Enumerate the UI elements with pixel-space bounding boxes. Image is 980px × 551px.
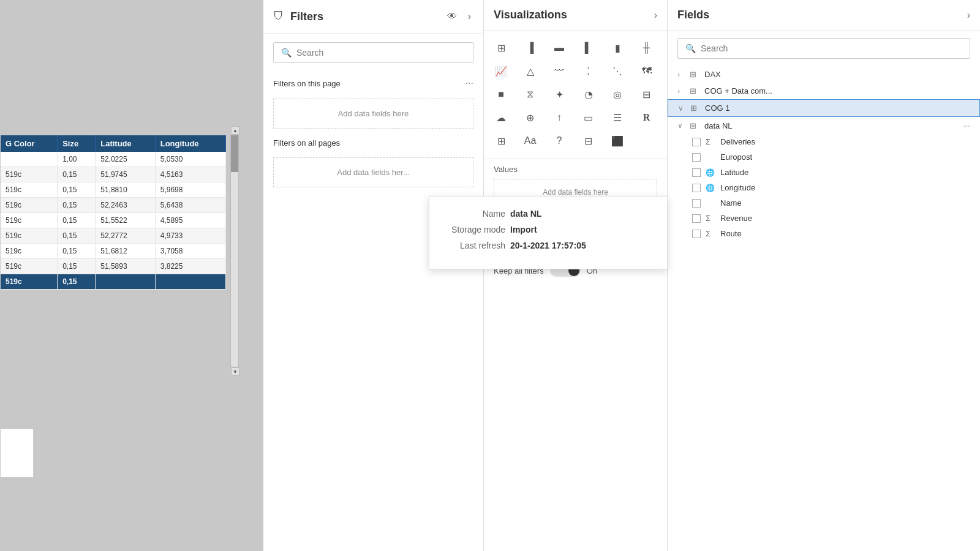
col-header-longitude: Longitude <box>155 135 225 152</box>
eye-icon[interactable]: 👁 <box>445 9 459 24</box>
scroll-down-arrow[interactable]: ▼ <box>231 367 239 376</box>
viz-icon-matrix[interactable]: ⊞ <box>489 130 513 152</box>
viz-icon-column[interactable]: ■ <box>489 83 513 105</box>
cog-data-table-icon: ⊞ <box>690 86 701 96</box>
filters-this-page-label: Filters on this page <box>273 79 341 88</box>
col-header-gcolor: G Color <box>1 135 58 152</box>
revenue-checkbox[interactable] <box>692 214 701 223</box>
europost-checkbox[interactable] <box>692 153 701 162</box>
route-sigma-icon: Σ <box>706 229 715 238</box>
viz-icon-area[interactable]: △ <box>518 60 543 82</box>
viz-header: Visualizations › <box>484 0 667 31</box>
table-row: 519c 0,15 52,2463 5,6438 <box>1 198 226 213</box>
viz-icons-grid: ⊞ ▐ ▬ ▌ ▮ ╫ 📈 △ 〰 ⁚ ⋱ 🗺 ■ ⧖ ✦ ◔ ◎ ⊟ ☁ ⊕ … <box>484 31 667 159</box>
viz-icon-decomp[interactable]: ✦ <box>547 83 571 105</box>
datanl-label: data NL <box>704 121 959 130</box>
longitude-checkbox[interactable] <box>692 184 701 192</box>
filters-header: ⛉ Filters 👁 › <box>263 0 483 34</box>
fields-search-icon: 🔍 <box>685 43 696 53</box>
table-row: 519c 0,15 51,5522 4,5895 <box>1 213 226 228</box>
filters-this-page-header: Filters on this page ··· <box>263 72 483 95</box>
latitude-checkbox[interactable] <box>692 168 701 177</box>
viz-icon-custom1[interactable]: ⬛ <box>605 130 630 152</box>
tooltip-name-row: Name data NL <box>444 209 652 219</box>
filter-icon: ⛉ <box>273 10 284 23</box>
tree-item-cog1[interactable]: ∨ ⊞ COG 1 <box>668 99 980 117</box>
viz-icon-scatter[interactable]: ⁚ <box>576 60 601 82</box>
viz-icon-multi-row-card[interactable]: ☰ <box>605 107 630 129</box>
viz-icon-100-bar[interactable]: ▮ <box>605 37 630 59</box>
viz-icon-combo[interactable]: ⋱ <box>605 60 630 82</box>
table-row: 519c 0,15 52,2772 4,9733 <box>1 228 226 244</box>
viz-icon-smart-narrative[interactable]: Aa <box>518 130 543 152</box>
name-checkbox[interactable] <box>692 199 701 208</box>
cog-data-chevron: › <box>677 87 686 96</box>
filters-all-pages-label: Filters on all pages <box>273 138 340 148</box>
viz-icon-paginated[interactable]: ⊟ <box>576 130 601 152</box>
viz-icon-pie[interactable]: ◔ <box>576 83 601 105</box>
table-row-last: 519c 0,15 <box>1 274 226 290</box>
route-checkbox[interactable] <box>692 230 701 238</box>
fields-search-input[interactable] <box>701 43 962 53</box>
collapse-filters-arrow[interactable]: › <box>466 9 473 24</box>
datanl-more[interactable]: ··· <box>963 121 970 130</box>
tree-item-cog-data[interactable]: › ⊞ COG + Data com... <box>668 83 980 99</box>
tooltip-storage-label: Storage mode <box>444 225 505 234</box>
field-route: Σ Route <box>668 226 980 241</box>
field-longitude: 🌐 Longitude <box>668 180 980 195</box>
tooltip-popup: Name data NL Storage mode Import Last re… <box>429 196 668 269</box>
filters-add-fields-this-page[interactable]: Add data fields here <box>273 99 473 129</box>
filters-this-page-more[interactable]: ··· <box>466 78 473 89</box>
field-deliveries: Σ Deliveries <box>668 134 980 149</box>
viz-collapse-arrow[interactable]: › <box>654 10 657 21</box>
route-label: Route <box>720 229 742 238</box>
table-row: 519c 0,15 51,9745 4,5163 <box>1 167 226 182</box>
field-europost: Σ Europost <box>668 149 980 165</box>
longitude-label: Longitude <box>720 183 755 192</box>
viz-icon-map[interactable]: 🗺 <box>635 60 659 82</box>
viz-icon-card[interactable]: ▭ <box>576 107 601 129</box>
filters-search-input[interactable] <box>296 48 466 58</box>
viz-title: Visualizations <box>494 9 567 21</box>
cog1-label: COG 1 <box>705 103 970 113</box>
viz-icon-funnel[interactable]: ⧖ <box>518 83 543 105</box>
field-name: Σ Name <box>668 195 980 211</box>
filters-title: Filters <box>290 10 439 23</box>
viz-icon-qna[interactable]: ? <box>547 130 571 152</box>
tooltip-name-label: Name <box>444 209 505 219</box>
viz-icon-azure[interactable]: ☁ <box>489 107 513 129</box>
viz-icon-donut[interactable]: ◎ <box>605 83 630 105</box>
latitude-label: Latitude <box>720 168 748 177</box>
table-row: 519c 0,15 51,8810 5,9698 <box>1 182 226 198</box>
viz-icon-treemap[interactable]: ⊟ <box>635 83 659 105</box>
tooltip-refresh-label: Last refresh <box>444 241 505 250</box>
viz-icon-kpi[interactable]: ↑ <box>547 107 571 129</box>
table-scrollbar[interactable]: ▲ ▼ <box>230 135 239 367</box>
viz-icon-gauge[interactable]: ⊕ <box>518 107 543 129</box>
revenue-label: Revenue <box>720 214 752 223</box>
filters-search-icon: 🔍 <box>281 48 292 58</box>
viz-icon-ribbon[interactable]: 〰 <box>547 60 571 82</box>
viz-icon-line[interactable]: 📈 <box>489 60 513 82</box>
scroll-up-arrow[interactable]: ▲ <box>231 126 239 135</box>
fields-search-box[interactable]: 🔍 <box>677 38 970 59</box>
tree-item-dax[interactable]: › ⊞ DAX <box>668 66 980 83</box>
dax-label: DAX <box>704 70 970 79</box>
filters-search-box[interactable]: 🔍 <box>273 42 473 63</box>
deliveries-checkbox[interactable] <box>692 138 701 146</box>
viz-icon-table[interactable]: ⊞ <box>489 37 513 59</box>
datanl-chevron: ∨ <box>677 121 686 130</box>
fields-collapse-arrow[interactable]: › <box>967 10 970 21</box>
scroll-thumb[interactable] <box>231 135 238 172</box>
filters-add-fields-all-pages[interactable]: Add data fields her... <box>273 157 473 187</box>
latitude-globe-icon: 🌐 <box>706 168 715 177</box>
viz-icon-stacked-bar[interactable]: ▬ <box>547 37 571 59</box>
viz-icon-waterfall[interactable]: ╫ <box>635 37 659 59</box>
tree-item-datanl[interactable]: ∨ ⊞ data NL ··· <box>668 117 980 134</box>
viz-icon-bar[interactable]: ▐ <box>518 37 543 59</box>
viz-icon-clustered-bar[interactable]: ▌ <box>576 37 601 59</box>
data-table: G Color Size Latitude Longitude 1,00 52,… <box>0 135 227 290</box>
cog1-table-icon: ⊞ <box>690 103 701 113</box>
filters-panel: ⛉ Filters 👁 › 🔍 Filters on this page ···… <box>263 0 484 551</box>
viz-icon-r[interactable]: R <box>635 107 659 129</box>
